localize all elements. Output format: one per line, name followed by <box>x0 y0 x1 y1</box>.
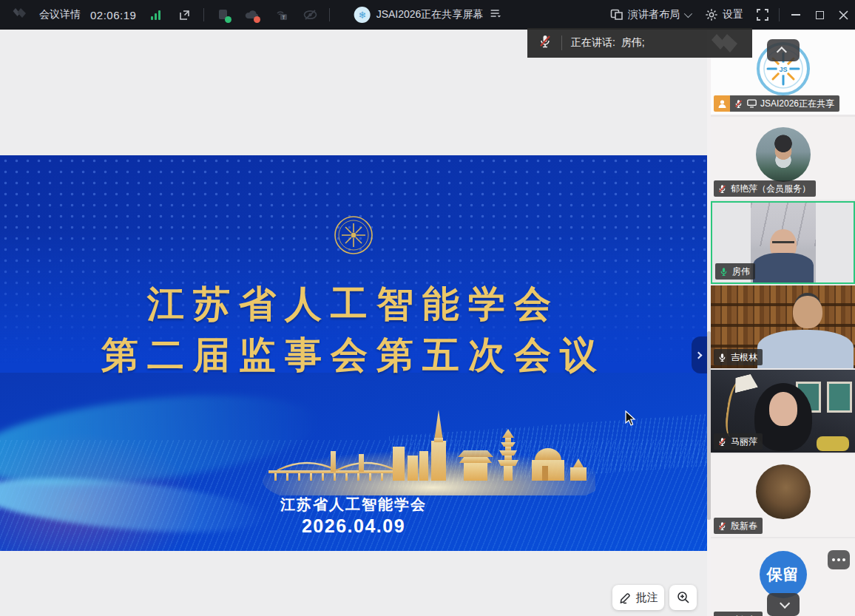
participant-label: 郁艳萍（会员服务） <box>714 180 816 197</box>
participant-tile-maliping[interactable]: 马丽萍 <box>711 370 855 453</box>
share-status-text: JSAI2026正在共享屏幕 <box>376 8 484 21</box>
participant-label: 殷新春 <box>714 518 763 534</box>
fullscreen-button[interactable] <box>751 0 774 30</box>
participant-label: JSAI2026正在共享 <box>730 95 839 112</box>
network-signal-icon[interactable] <box>146 4 165 25</box>
association-emblem-icon <box>333 214 374 259</box>
slide-footer-org: 江苏省人工智能学会 <box>0 495 707 515</box>
participant-tile-jigenlin[interactable]: 吉根林 <box>711 285 855 368</box>
annotate-button-label: 批注 <box>636 591 658 605</box>
meeting-window: 会议详情 02:06:19 T <box>0 0 855 616</box>
muted-mic-icon <box>538 34 552 52</box>
recording-status-icon[interactable] <box>214 4 233 25</box>
titlebar: 会议详情 02:06:19 T <box>0 0 855 30</box>
settings-button-label: 设置 <box>723 8 743 21</box>
chevron-down-icon <box>684 10 692 18</box>
participant-photo-avatar <box>756 464 811 519</box>
muted-mic-icon <box>734 99 743 109</box>
meeting-details-button[interactable]: 会议详情 <box>39 8 81 21</box>
meeting-timer: 02:06:19 <box>90 9 136 21</box>
muted-mic-icon <box>717 437 727 447</box>
open-external-icon[interactable] <box>175 4 194 25</box>
svg-text:T: T <box>282 15 285 20</box>
participant-tile-yuyanping[interactable]: 郁艳萍（会员服务） <box>711 117 855 200</box>
presentation-slide: 江苏省人工智能学会 第二届监事会第五次会议 <box>0 155 707 551</box>
participant-tile-fangwei[interactable]: 房伟 <box>711 201 855 284</box>
maximize-button[interactable] <box>808 0 831 30</box>
gear-icon <box>705 8 718 21</box>
sidebar-expand-handle[interactable] <box>692 336 707 373</box>
app-logo-icon <box>10 7 30 23</box>
pen-icon <box>619 592 632 604</box>
participant-label: 房伟 <box>715 263 755 280</box>
speaking-banner: 正在讲话: 房伟; <box>527 28 752 58</box>
scroll-down-button[interactable] <box>767 593 800 616</box>
hide-view-eye-off-icon[interactable] <box>300 4 320 25</box>
shared-screen-area: 江苏省人工智能学会 第二届监事会第五次会议 <box>0 30 707 616</box>
participant-video <box>751 203 816 282</box>
layout-button-label: 演讲者布局 <box>628 8 680 21</box>
active-mic-icon <box>719 267 729 277</box>
mouse-cursor <box>625 410 637 430</box>
close-button[interactable] <box>831 0 855 30</box>
sharer-avatar-icon: ❄ <box>354 7 371 23</box>
city-skyline-graphic <box>248 408 595 498</box>
minimize-button[interactable] <box>784 0 808 30</box>
participant-label: 吉根林 <box>714 349 763 365</box>
slide-title-line2: 第二届监事会第五次会议 <box>0 331 707 380</box>
captions-icon[interactable]: T <box>271 4 291 25</box>
share-options-icon[interactable] <box>489 8 501 21</box>
layout-button[interactable]: 演讲者布局 <box>603 0 697 30</box>
participant-initials-avatar: 保留 <box>760 551 807 598</box>
slide-footer-date: 2026.04.09 <box>0 515 707 537</box>
settings-button[interactable]: 设置 <box>697 0 751 30</box>
speaking-label: 正在讲话: <box>571 36 615 48</box>
zoom-in-button[interactable] <box>669 585 697 610</box>
participant-label: 叶保留 <box>714 612 763 616</box>
watermark-logo-icon <box>708 31 746 58</box>
magnifier-plus-icon <box>677 591 690 604</box>
screen-share-icon <box>747 99 757 108</box>
host-badge-icon <box>714 95 730 112</box>
slide-title-line1: 江苏省人工智能学会 <box>0 280 707 329</box>
scroll-up-button[interactable] <box>767 39 800 61</box>
participants-sidebar: JS JSAI2026正在共享 郁艳萍（会员服务） <box>711 30 855 616</box>
svg-text:JS: JS <box>779 66 787 73</box>
annotate-button[interactable]: 批注 <box>612 585 664 610</box>
speaking-name: 房伟; <box>621 36 645 48</box>
more-options-button[interactable] <box>828 550 850 569</box>
avatar-initials: 保留 <box>767 564 800 585</box>
muted-mic-icon <box>717 521 727 531</box>
muted-mic-icon <box>717 184 727 194</box>
participant-tile-yinxinchun[interactable]: 殷新春 <box>711 454 855 537</box>
cloud-status-icon[interactable] <box>243 4 262 25</box>
participant-label: 马丽萍 <box>714 433 763 450</box>
participant-photo-avatar <box>756 127 811 182</box>
mic-icon <box>717 353 727 362</box>
